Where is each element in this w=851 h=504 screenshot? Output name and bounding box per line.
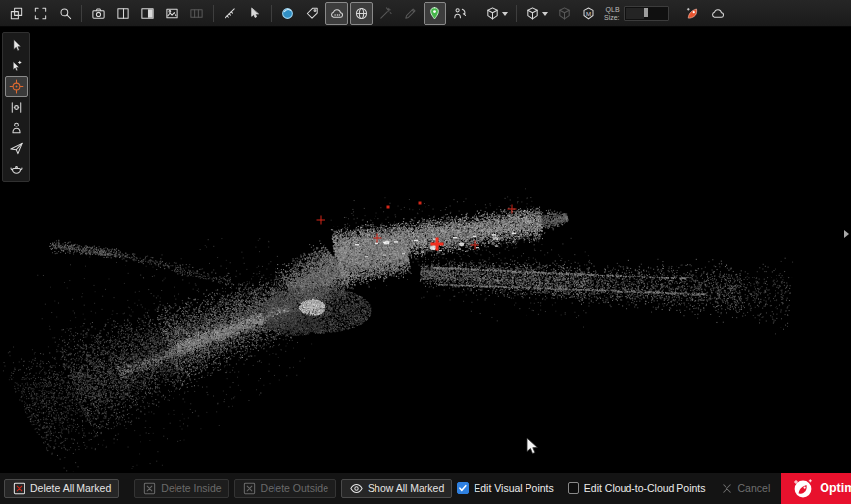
cloud-icon (710, 6, 725, 21)
orbit-target-icon (9, 79, 24, 94)
camera-button[interactable] (87, 2, 110, 25)
orbit-target-button[interactable] (5, 76, 28, 97)
image-strip-button[interactable] (185, 2, 208, 25)
measure-button[interactable] (219, 2, 241, 25)
cube-m-icon: M (581, 6, 596, 21)
point-cloud-canvas[interactable] (0, 26, 851, 473)
point-cloud-button[interactable] (325, 2, 348, 25)
top-toolbar: M QLB Size: (0, 0, 851, 27)
cube-m-button[interactable]: M (577, 2, 600, 25)
toolbar-groups: M (4, 2, 601, 25)
left-toolbar (2, 32, 30, 182)
rocket-button[interactable] (681, 2, 704, 25)
gcp-refresh-icon (452, 6, 467, 21)
pane-right-icon (140, 6, 155, 21)
delete-inside-button[interactable]: Delete Inside (134, 479, 228, 498)
pointer-icon (9, 38, 24, 53)
pencil-button[interactable] (399, 2, 422, 25)
pointer-sparkle-icon (9, 59, 24, 74)
cube-button[interactable] (522, 2, 551, 25)
sphere-button[interactable] (276, 2, 299, 25)
cube-icon (526, 6, 540, 21)
delete-all-marked-button[interactable]: Delete All Marked (4, 479, 119, 498)
button-label: Delete Inside (161, 482, 221, 494)
slider-fill (626, 8, 644, 19)
overlap-windows-button[interactable] (5, 2, 27, 25)
delete-outside-button[interactable]: Delete Outside (234, 479, 336, 498)
button-label: Delete All Marked (30, 482, 111, 494)
qlb-label-line2: Size: (604, 14, 620, 22)
show-all-marked-button[interactable]: Show All Marked (341, 479, 452, 498)
point-cloud-icon (329, 6, 344, 21)
checkbox-box[interactable] (568, 482, 579, 494)
cancel-label: Cancel (738, 482, 771, 494)
zoom-region-button[interactable] (54, 2, 76, 25)
zoom-region-icon (58, 6, 73, 21)
delete-marked-icon (242, 481, 257, 496)
mouse-cursor (526, 437, 540, 459)
dropdown-caret-icon (542, 12, 548, 16)
gcp-refresh-button[interactable] (448, 2, 471, 25)
edit-visual-points-checkbox[interactable]: Edit Visual Points (457, 482, 554, 494)
pointer-button[interactable] (5, 35, 28, 56)
bottom-buttons-group: Delete All MarkedDelete InsideDelete Out… (4, 479, 457, 498)
toolbar-separator (81, 5, 82, 22)
toolbar-separator (213, 5, 214, 22)
checkbox-label: Edit Visual Points (474, 482, 554, 494)
pointer-sparkle-button[interactable] (5, 56, 28, 76)
pane-right-button[interactable] (136, 2, 159, 25)
split-view-button[interactable] (112, 2, 134, 25)
image-pair-button[interactable] (161, 2, 183, 25)
cancel-button[interactable]: Cancel (720, 481, 771, 496)
measure-icon (223, 6, 237, 21)
checkbox-label: Edit Cloud-to-Cloud Points (584, 482, 706, 494)
delete-marked-icon (12, 481, 26, 496)
magic-wand-button[interactable] (375, 2, 397, 25)
split-view-icon (116, 6, 130, 21)
overlap-windows-icon (9, 6, 24, 21)
app-window: { "theme": { "accent_red": "#e8112d", "c… (0, 0, 851, 504)
camera-icon (91, 6, 106, 21)
button-label: Show All Marked (368, 482, 444, 494)
rocket-icon (685, 6, 700, 21)
show-marked-icon (349, 481, 364, 496)
paper-plane-button[interactable] (5, 138, 28, 159)
optimize-bundle-button[interactable]: Optimize Bundle (781, 473, 851, 504)
person-icon (9, 121, 24, 135)
pin-icon (427, 6, 442, 21)
checkbox-box[interactable] (457, 482, 469, 494)
edit-cloud-to-cloud-checkbox[interactable]: Edit Cloud-to-Cloud Points (568, 482, 706, 494)
tags-button[interactable] (301, 2, 324, 25)
slider-thumb[interactable] (644, 8, 648, 17)
teapot-button[interactable] (5, 159, 28, 179)
qlb-size-label: QLB Size: (604, 6, 620, 22)
clip-box-button[interactable] (481, 2, 511, 25)
dropdown-caret-icon (502, 12, 508, 16)
toolbar-separator (676, 5, 676, 22)
cursor-select-icon (247, 6, 262, 21)
person-button[interactable] (5, 118, 28, 138)
close-icon (720, 481, 734, 496)
clip-box-icon (485, 6, 500, 21)
pencil-icon (403, 6, 418, 21)
tags-icon (305, 6, 320, 21)
teapot-icon (9, 162, 24, 176)
cube-outline-button[interactable] (553, 2, 576, 25)
cube-outline-icon (557, 6, 572, 21)
optimize-label: Optimize Bundle (820, 481, 851, 495)
pin-button[interactable] (424, 2, 446, 25)
level-icon (9, 100, 24, 115)
cloud-button[interactable] (706, 2, 728, 25)
fullscreen-button[interactable] (29, 2, 52, 25)
qlb-size-slider[interactable] (624, 6, 669, 21)
globe-button[interactable] (350, 2, 373, 25)
qlb-size-control: QLB Size: (604, 6, 669, 22)
image-strip-icon (189, 6, 204, 21)
level-button[interactable] (5, 97, 28, 118)
viewport-3d[interactable] (0, 26, 851, 473)
panel-expand-handle[interactable] (842, 227, 850, 242)
globe-icon (354, 6, 369, 21)
bottom-bar: Delete All MarkedDelete InsideDelete Out… (0, 472, 851, 504)
cursor-select-button[interactable] (243, 2, 266, 25)
delete-marked-icon (142, 481, 157, 496)
